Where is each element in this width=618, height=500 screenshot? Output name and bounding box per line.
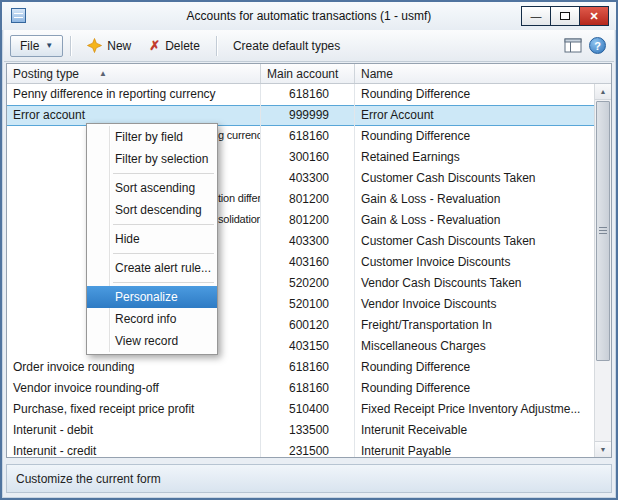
scroll-up-icon: ▲ <box>600 88 607 95</box>
column-header-label: Name <box>361 67 393 81</box>
cell-main-account: 600120 <box>261 315 355 336</box>
menu-separator <box>113 173 214 174</box>
scrollbar-grip-icon <box>599 227 607 235</box>
cell-main-account: 801200 <box>261 210 355 231</box>
cell-name: Customer Invoice Discounts <box>355 252 594 273</box>
toolbar-right-group: ? <box>564 37 608 54</box>
layout-icon[interactable] <box>564 38 582 53</box>
app-window: Accounts for automatic transactions (1 -… <box>0 0 618 500</box>
cell-main-account: 618160 <box>261 357 355 378</box>
cell-posting-type: Penny difference in reporting currency <box>7 84 261 105</box>
menu-item-personalize[interactable]: Personalize <box>87 286 217 308</box>
table-row[interactable]: Interunit - debit 133500 Interunit Recei… <box>7 420 594 441</box>
cell-main-account: 403300 <box>261 231 355 252</box>
delete-button-label: Delete <box>165 39 200 53</box>
cell-name: Rounding Difference <box>355 357 594 378</box>
scrollbar-thumb[interactable] <box>596 101 610 361</box>
new-star-icon <box>87 38 102 53</box>
cell-name: Rounding Difference <box>355 84 594 105</box>
menu-item-filter-by-field[interactable]: Filter by field <box>87 126 217 148</box>
status-text: Customize the current form <box>16 472 161 486</box>
close-icon: ✕ <box>589 10 598 23</box>
menu-item-hide[interactable]: Hide <box>87 228 217 250</box>
cell-posting-type: Interunit - credit <box>7 441 261 457</box>
menu-item-filter-by-selection[interactable]: Filter by selection <box>87 148 217 170</box>
vertical-scrollbar: ▲ ▼ <box>594 84 611 457</box>
table-row[interactable]: Purchase, fixed receipt price profit 510… <box>7 399 594 420</box>
minimize-button[interactable]: — <box>521 6 551 26</box>
posting-type-fragment: g currency <box>218 129 261 141</box>
cell-name: Interunit Payable <box>355 441 594 457</box>
cell-main-account: 618160 <box>261 126 355 147</box>
context-menu: Filter by field Filter by selection Sort… <box>86 123 218 355</box>
table-row[interactable]: Order invoice rounding 618160 Rounding D… <box>7 357 594 378</box>
cell-name: Vendor Cash Discounts Taken <box>355 273 594 294</box>
delete-button[interactable]: ✗ Delete <box>140 35 209 57</box>
cell-name: Miscellaneous Charges <box>355 336 594 357</box>
cell-main-account: 300160 <box>261 147 355 168</box>
menu-separator <box>113 224 214 225</box>
cell-name: Rounding Difference <box>355 378 594 399</box>
cell-name: Fixed Receipt Price Inventory Adjustme..… <box>355 399 594 420</box>
posting-type-fragment: tion differences <box>218 192 261 204</box>
title-bar: Accounts for automatic transactions (1 -… <box>2 2 616 30</box>
maximize-icon <box>560 12 570 20</box>
cell-name: Customer Cash Discounts Taken <box>355 231 594 252</box>
minimize-icon: — <box>531 10 542 22</box>
cell-main-account: 403300 <box>261 168 355 189</box>
file-menu-button[interactable]: File ▼ <box>10 35 63 57</box>
new-button[interactable]: New <box>78 34 140 57</box>
close-button[interactable]: ✕ <box>579 6 609 26</box>
cell-main-account: 133500 <box>261 420 355 441</box>
cell-posting-type: Vendor invoice rounding-off <box>7 378 261 399</box>
cell-main-account: 520200 <box>261 273 355 294</box>
cell-name: Freight/Transportation In <box>355 315 594 336</box>
file-menu-label: File <box>20 39 39 53</box>
cell-name: Customer Cash Discounts Taken <box>355 168 594 189</box>
cell-name: Error Account <box>355 105 594 126</box>
cell-main-account: 403150 <box>261 336 355 357</box>
menu-separator <box>113 282 214 283</box>
cell-name: Gain & Loss - Revaluation <box>355 210 594 231</box>
menu-item-record-info[interactable]: Record info <box>87 308 217 330</box>
column-header-main-account[interactable]: Main account <box>261 64 355 83</box>
cell-main-account: 999999 <box>261 105 355 126</box>
scroll-down-button[interactable]: ▼ <box>595 441 611 457</box>
scroll-up-button[interactable]: ▲ <box>595 84 611 100</box>
table-row[interactable]: Vendor invoice rounding-off 618160 Round… <box>7 378 594 399</box>
posting-type-fragment: solidation diff... <box>218 213 261 225</box>
cell-name: Interunit Receivable <box>355 420 594 441</box>
menu-item-view-record[interactable]: View record <box>87 330 217 352</box>
new-button-label: New <box>107 39 131 53</box>
cell-main-account: 801200 <box>261 189 355 210</box>
cell-main-account: 231500 <box>261 441 355 457</box>
help-icon[interactable]: ? <box>589 37 606 54</box>
table-row[interactable]: Penny difference in reporting currency 6… <box>7 84 594 105</box>
cell-posting-type: Interunit - debit <box>7 420 261 441</box>
menu-item-create-alert-rule[interactable]: Create alert rule... <box>87 257 217 279</box>
table-row[interactable]: Interunit - credit 231500 Interunit Paya… <box>7 441 594 457</box>
maximize-button[interactable] <box>550 6 580 26</box>
chevron-down-icon: ▼ <box>45 41 53 50</box>
toolbar: File ▼ New ✗ Delete Create default types… <box>4 30 614 62</box>
caption-buttons: — ✕ <box>522 6 609 26</box>
cell-name: Retained Earnings <box>355 147 594 168</box>
cell-main-account: 618160 <box>261 84 355 105</box>
column-header-posting-type[interactable]: Posting type ▲ <box>7 64 261 83</box>
status-bar: Customize the current form <box>6 464 612 493</box>
cell-posting-type: Order invoice rounding <box>7 357 261 378</box>
toolbar-separator <box>70 36 71 56</box>
create-default-types-button[interactable]: Create default types <box>224 35 349 57</box>
cell-posting-type: Purchase, fixed receipt price profit <box>7 399 261 420</box>
cell-main-account: 403160 <box>261 252 355 273</box>
menu-item-sort-descending[interactable]: Sort descending <box>87 199 217 221</box>
cell-name: Gain & Loss - Revaluation <box>355 189 594 210</box>
cell-name: Rounding Difference <box>355 126 594 147</box>
toolbar-separator <box>216 36 217 56</box>
cell-main-account: 618160 <box>261 378 355 399</box>
column-header-name[interactable]: Name <box>355 64 611 83</box>
column-header-label: Posting type <box>13 67 79 81</box>
sort-ascending-icon: ▲ <box>99 69 107 78</box>
menu-item-sort-ascending[interactable]: Sort ascending <box>87 177 217 199</box>
create-default-types-label: Create default types <box>233 39 340 53</box>
